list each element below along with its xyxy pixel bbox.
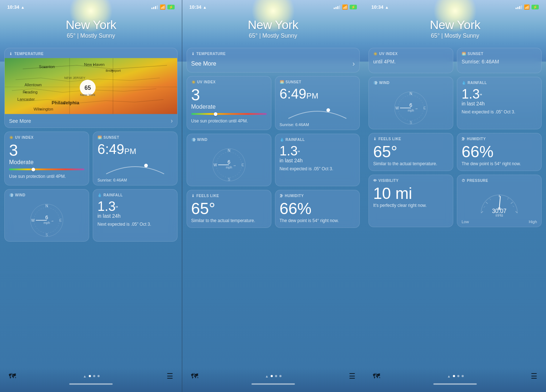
sun-icon-3: ☀️ — [373, 52, 378, 56]
bottom-nav-3: 🗺 ▲ ☰ — [364, 368, 546, 392]
uv-label-2: ☀️ UV INDEX — [187, 76, 271, 86]
pressure-high-3: High — [529, 220, 537, 224]
feels-value-3: 65° — [369, 143, 453, 160]
time-display-1: 10:34 — [7, 4, 19, 10]
nav-dot-active-3[interactable] — [453, 375, 455, 377]
cards-container-3: ☀️ UV INDEX until 4PM. 🌅 SUNSET Sunrise:… — [364, 45, 546, 230]
uv-card-2[interactable]: ☀️ UV INDEX 3 Moderate Use sun protectio… — [187, 76, 271, 130]
wind-label-3: 💨 WIND — [369, 77, 453, 87]
time-display-2: 10:34 — [189, 4, 201, 10]
uv-card-1[interactable]: ☀️ UV INDEX 3 Moderate Use sun protectio… — [4, 132, 89, 185]
list-icon-1[interactable]: ☰ — [167, 372, 173, 380]
svg-text:inHg: inHg — [496, 213, 503, 217]
wind-icon-3: 💨 — [373, 81, 378, 85]
svg-text:Philadelphia: Philadelphia — [51, 100, 79, 105]
nav-dot-2-1[interactable] — [93, 375, 95, 377]
uv-card-3[interactable]: ☀️ UV INDEX until 4PM. — [368, 48, 453, 73]
rainfall-card-1[interactable]: 💧 RAINFALL 1.3" in last 24h Next expecte… — [93, 189, 178, 242]
svg-point-19 — [144, 164, 148, 167]
rainfall-icon-1: 💧 — [97, 193, 102, 197]
nav-dot-active-1[interactable] — [89, 375, 91, 377]
humidity-icon-2: 🌫 — [280, 194, 284, 198]
home-indicator-1 — [69, 383, 113, 385]
feels-label-3: 🌡 FEELS LIKE — [369, 133, 453, 143]
map-icon-3[interactable]: 🗺 — [373, 372, 380, 380]
pressure-card-3[interactable]: ⏱ PRESSURE — [457, 175, 542, 227]
wind-card-3[interactable]: 💨 WIND N E S W → 6 mph — [368, 77, 453, 129]
svg-text:S: S — [410, 121, 412, 125]
feels-like-card-3[interactable]: 🌡 FEELS LIKE 65° Similar to the actual t… — [368, 133, 453, 171]
svg-line-56 — [484, 206, 485, 208]
rainfall-value-3: 1.3" — [457, 87, 541, 101]
nav-dot-active-2[interactable] — [271, 375, 273, 377]
location-arrow-1: ▲ — [21, 5, 25, 9]
visibility-card-3[interactable]: 👁 VISIBILITY 10 mi It's perfectly clear … — [368, 175, 453, 227]
list-icon-3[interactable]: ☰ — [531, 372, 537, 380]
svg-text:W: W — [31, 218, 35, 222]
uv-level-2: Moderate — [187, 103, 271, 111]
chevron-right-icon-2: › — [353, 59, 355, 68]
thermometer-icon-2: 🌡 — [191, 52, 195, 56]
humidity-label-3: 🌫 HUMIDITY — [457, 133, 541, 143]
sunset-label-1: 🌅 SUNSET — [93, 132, 177, 142]
temperature-card-1[interactable]: 🌡 TEMPERATURE — [4, 48, 178, 128]
humidity-card-3[interactable]: 🌫 HUMIDITY 66% The dew point is 54° righ… — [457, 133, 542, 171]
svg-text:N: N — [45, 204, 48, 208]
cards-container-2: 🌡 TEMPERATURE See More › ☀️ UV INDEX 3 M… — [182, 45, 364, 231]
nav-dot-3-1[interactable] — [97, 375, 100, 377]
svg-text:E: E — [241, 163, 244, 167]
sunset-arc-1 — [96, 158, 174, 176]
sun-icon-2: ☀️ — [191, 80, 196, 84]
nav-dot-2-3[interactable] — [457, 375, 459, 377]
humidity-card-2[interactable]: 🌫 HUMIDITY 66% The dew point is 54° righ… — [275, 190, 360, 228]
svg-line-59 — [513, 206, 514, 207]
humidity-desc-2: The dew point is 54° right now. — [275, 217, 359, 228]
map-icon-1[interactable]: 🗺 — [9, 372, 16, 380]
nav-dot-3-2[interactable] — [279, 375, 282, 377]
visibility-desc-3: It's perfectly clear right now. — [369, 202, 453, 212]
wind-label-1: 💨 WIND — [5, 189, 89, 199]
phone-screen-2: 10:34 ▲ 📶 ⚡ New York 65° | Mostly Sunny — [182, 0, 364, 392]
svg-point-14 — [93, 64, 95, 66]
phone-screen-1: 10:34 ▲ 📶 ⚡ New York 65° | Mostly Sunny — [0, 0, 182, 392]
rainfall-sublabel-3: in last 24h — [457, 101, 541, 108]
uv-value-1: 3 — [5, 142, 89, 158]
svg-line-57 — [489, 199, 491, 200]
rainfall-card-2[interactable]: 💧 RAINFALL 1.3" in last 24h Next expecte… — [275, 134, 360, 186]
temperature-map-1: Scranton New Haven Bridgeport Allentown … — [5, 58, 177, 114]
wind-compass-1: N E S W → 6 mph — [5, 199, 89, 241]
wind-icon-1: 💨 — [9, 193, 14, 197]
wind-rainfall-row-3: 💨 WIND N E S W → 6 mph — [368, 77, 542, 129]
wind-card-1[interactable]: 💨 WIND N E S W → — [4, 189, 89, 242]
sunset-card-3[interactable]: 🌅 SUNSET Sunrise: 6:46AM — [457, 48, 542, 73]
visibility-label-3: 👁 VISIBILITY — [369, 175, 453, 185]
weather-header-1: New York 65° | Mostly Sunny — [0, 11, 182, 45]
feels-like-card-2[interactable]: 🌡 FEELS LIKE 65° Similar to the actual t… — [187, 190, 271, 228]
chevron-right-icon-1: › — [171, 117, 173, 125]
wind-rainfall-row-2: 💨 WIND N E S W → 6 mph — [187, 134, 360, 186]
rainfall-card-3[interactable]: 💧 RAINFALL 1.3" in last 24h Next expecte… — [457, 77, 542, 129]
nav-dot-2-2[interactable] — [275, 375, 277, 377]
wifi-icon-1: 📶 — [160, 4, 166, 10]
sunset-card-1[interactable]: 🌅 SUNSET 6:49PM Sunrise: 6:46AM — [93, 132, 178, 185]
temperature-card-2[interactable]: 🌡 TEMPERATURE See More › — [187, 48, 360, 72]
map-icon-2[interactable]: 🗺 — [191, 372, 198, 380]
nav-location-icon-3: ▲ — [447, 374, 451, 378]
sunset-card-2[interactable]: 🌅 SUNSET 6:49PM Sunrise: 6:46AM — [275, 76, 360, 130]
nav-items-2: 🗺 ▲ ☰ — [191, 372, 355, 380]
svg-line-60 — [499, 196, 500, 209]
svg-text:mph: mph — [408, 109, 414, 112]
list-icon-2[interactable]: ☰ — [349, 372, 355, 380]
rainfall-desc-2: Next expected is .05" Oct 3. — [275, 165, 359, 176]
rainfall-label-3: 💧 RAINFALL — [457, 77, 541, 87]
rainfall-label-1: 💧 RAINFALL — [93, 189, 177, 199]
svg-text:Scranton: Scranton — [39, 64, 55, 69]
wind-card-2[interactable]: 💨 WIND N E S W → 6 mph — [187, 134, 271, 186]
temp-see-more-1[interactable]: See More › — [5, 114, 177, 128]
thermometer-feels-icon-3: 🌡 — [373, 137, 377, 141]
svg-text:Allentown: Allentown — [25, 83, 42, 87]
svg-text:mph: mph — [43, 221, 50, 225]
nav-dot-3-3[interactable] — [462, 375, 464, 377]
feels-desc-3: Similar to the actual temperature. — [369, 160, 453, 171]
nav-items-1: 🗺 ▲ ☰ — [9, 372, 173, 380]
